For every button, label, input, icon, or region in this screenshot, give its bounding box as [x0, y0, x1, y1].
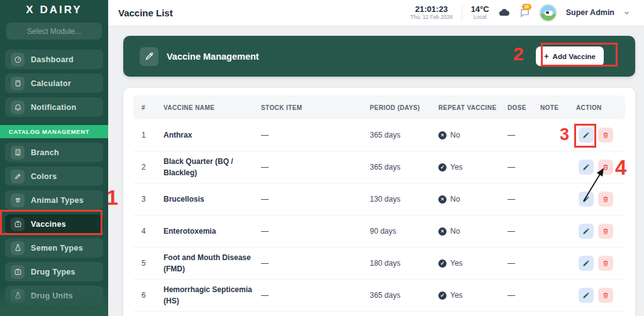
stock-item-value: —	[261, 259, 370, 268]
edit-button[interactable]	[579, 160, 594, 175]
sidebar-nav-catalog: BranchColorsAnimal TypesVaccinesSemen Ty…	[0, 143, 108, 305]
module-select[interactable]: Select Module...	[6, 23, 102, 40]
clock: 21:01:23 Thu, 12 Feb 2026	[411, 5, 453, 21]
repeat-vaccine-value: × No	[438, 227, 508, 236]
add-vaccine-button[interactable]: + Add Vaccine	[536, 46, 604, 66]
main-content: Vaccine Management + Add Vaccine # VACCI…	[108, 25, 644, 316]
repeat-label: Yes	[450, 259, 463, 268]
sidebar-nav-top: DashboardCalculatorNotification	[0, 50, 108, 117]
sidebar-item-semen-types[interactable]: Semen Types	[5, 238, 103, 258]
edit-button[interactable]	[579, 192, 594, 207]
row-index: 2	[142, 163, 164, 172]
edit-button[interactable]	[579, 224, 594, 239]
col-header-note: NOTE	[540, 104, 576, 111]
delete-button[interactable]	[598, 128, 613, 143]
repeat-mark-icon: ×	[438, 227, 447, 236]
notifications-icon[interactable]: 10	[519, 8, 530, 18]
period-value: 365 days	[370, 131, 438, 139]
syringe-icon	[140, 47, 158, 66]
vaccine-name: Foot and Mouth Disease (FMD)	[164, 252, 261, 275]
repeat-vaccine-value: ✓ Yes	[438, 163, 508, 172]
dose-value: —	[508, 227, 540, 236]
avatar[interactable]	[539, 4, 557, 22]
weather: 14°C Local	[471, 5, 489, 21]
col-header-action: ACTION	[576, 104, 625, 111]
section-label: CATALOG MANAGEMENT	[9, 128, 89, 135]
chevron-down-icon[interactable]	[623, 9, 630, 16]
stock-item-value: —	[261, 195, 370, 204]
stock-item-value: —	[261, 227, 370, 236]
sidebar-item-vaccines[interactable]: Vaccines	[5, 214, 103, 234]
sidebar-item-animal-types[interactable]: Animal Types	[5, 190, 103, 210]
row-index: 1	[142, 131, 164, 139]
sidebar-item-dashboard[interactable]: Dashboard	[5, 50, 103, 69]
paw-icon	[11, 193, 25, 207]
row-index: 5	[142, 259, 164, 268]
row-index: 3	[142, 195, 164, 204]
weather-temperature: 14°C	[471, 5, 489, 14]
repeat-mark-icon: ×	[438, 195, 447, 204]
repeat-vaccine-value: × No	[438, 195, 508, 204]
delete-button[interactable]	[598, 256, 613, 271]
col-header-dose: DOSE	[508, 104, 540, 111]
delete-button[interactable]	[598, 288, 613, 303]
dose-value: —	[508, 291, 540, 300]
vaccine-name: Anthrax	[164, 129, 261, 141]
repeat-mark-icon: ✓	[438, 259, 447, 268]
delete-button[interactable]	[598, 160, 613, 175]
sidebar-item-calculator[interactable]: Calculator	[5, 74, 103, 93]
row-actions	[576, 160, 625, 175]
sidebar-item-label: Calculator	[31, 79, 71, 88]
col-header-period: PERIOD (DAYS)	[370, 104, 438, 111]
sidebar-item-branch[interactable]: Branch	[5, 143, 103, 162]
row-actions	[576, 192, 625, 207]
sidebar-item-drug-types[interactable]: Drug Types	[5, 262, 103, 281]
table-rows: 1 Anthrax — 365 days × No — 2 Black Quar…	[133, 119, 625, 312]
vaccine-name: Enterotoxemia	[164, 226, 261, 237]
edit-button[interactable]	[579, 128, 594, 143]
vaccine-name: Brucellosis	[164, 193, 261, 205]
sidebar: X DAIRY Select Module... DashboardCalcul…	[0, 0, 108, 316]
table-row: 6 Hemorrhagic Septicemia (HS) — 365 days…	[133, 280, 625, 312]
vaccine-name: Hemorrhagic Septicemia (HS)	[164, 284, 261, 307]
delete-button[interactable]	[598, 224, 613, 239]
building-icon	[11, 146, 25, 160]
repeat-label: No	[450, 131, 460, 139]
period-value: 365 days	[370, 291, 438, 300]
banner-title: Vaccine Management	[167, 52, 259, 62]
sidebar-item-colors[interactable]: Colors	[5, 166, 103, 186]
gauge-icon	[11, 53, 25, 67]
sidebar-item-drug-units[interactable]: Drug Units	[5, 286, 103, 305]
cloud-icon	[498, 6, 511, 19]
user-name: Super Admin	[566, 8, 614, 17]
sidebar-item-label: Branch	[31, 148, 59, 157]
sidebar-item-notification[interactable]: Notification	[5, 97, 103, 117]
table-row: 5 Foot and Mouth Disease (FMD) — 180 day…	[133, 248, 625, 280]
app-logo: X DAIRY	[0, 0, 108, 16]
flask-icon	[11, 241, 25, 255]
edit-button[interactable]	[579, 256, 594, 271]
repeat-mark-icon: ×	[438, 131, 447, 139]
sidebar-item-label: Vaccines	[31, 220, 66, 229]
repeat-vaccine-value: ✓ Yes	[438, 259, 508, 268]
flask-icon	[11, 289, 25, 303]
dose-value: —	[508, 163, 540, 172]
catalog-management-section: CATALOG MANAGEMENT	[0, 125, 108, 138]
notification-badge: 10	[522, 4, 531, 10]
table-row: 2 Black Quarter (BQ / Blackleg) — 365 da…	[133, 151, 625, 183]
sidebar-item-label: Notification	[31, 103, 76, 112]
vaccine-name: Black Quarter (BQ / Blackleg)	[164, 156, 261, 178]
delete-button[interactable]	[598, 192, 613, 207]
edit-button[interactable]	[579, 288, 594, 303]
vaccine-table-card: # VACCINE NAME STOCK ITEM PERIOD (DAYS) …	[123, 88, 635, 316]
period-value: 130 days	[370, 195, 438, 204]
cow-image	[545, 11, 553, 16]
sidebar-item-label: Drug Types	[31, 268, 75, 276]
brush-icon	[11, 170, 25, 183]
stock-item-value: —	[261, 131, 370, 139]
weather-location-label: Local	[471, 14, 489, 21]
divider	[462, 5, 462, 20]
sidebar-item-label: Semen Types	[31, 244, 83, 253]
sidebar-item-label: Animal Types	[31, 196, 84, 205]
col-header-index: #	[142, 104, 164, 111]
